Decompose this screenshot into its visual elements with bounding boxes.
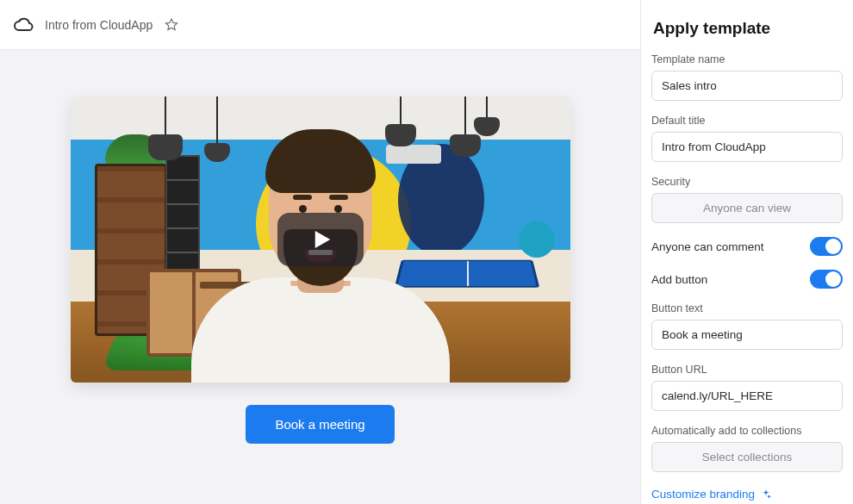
security-selector[interactable]: Anyone can view xyxy=(651,193,843,223)
anyone-can-comment-toggle[interactable] xyxy=(810,237,843,256)
collections-label: Automatically add to collections xyxy=(651,425,843,437)
template-name-label: Template name xyxy=(651,53,843,65)
add-button-toggle[interactable] xyxy=(810,270,843,289)
apply-template-sidebar: Apply template Template name Default tit… xyxy=(640,0,853,504)
button-url-label: Button URL xyxy=(651,364,843,376)
favorite-star-button[interactable] xyxy=(163,16,180,34)
sidebar-heading: Apply template xyxy=(651,19,843,38)
sparkle-icon xyxy=(760,488,772,501)
default-title-label: Default title xyxy=(651,115,843,127)
button-text-input[interactable] xyxy=(651,320,843,350)
template-name-input[interactable] xyxy=(651,71,843,101)
preview-area: Book a meeting xyxy=(0,50,640,504)
collections-selector[interactable]: Select collections xyxy=(651,442,843,472)
cloud-logo-icon xyxy=(12,14,34,36)
book-meeting-button[interactable]: Book a meeting xyxy=(246,405,394,444)
video-preview[interactable] xyxy=(71,96,570,383)
add-button-label: Add button xyxy=(651,273,707,286)
default-title-input[interactable] xyxy=(651,132,843,162)
cta-block: Book a meeting xyxy=(246,405,394,444)
topbar: Intro from CloudApp xyxy=(0,0,640,50)
app-root: Intro from CloudApp xyxy=(0,0,853,504)
customize-branding-label: Customize branding xyxy=(651,488,755,501)
anyone-can-comment-label: Anyone can comment xyxy=(651,240,764,253)
button-text-label: Button text xyxy=(651,302,843,314)
main-column: Intro from CloudApp xyxy=(0,0,640,504)
play-button[interactable] xyxy=(277,213,364,266)
button-url-input[interactable] xyxy=(651,381,843,411)
customize-branding-link[interactable]: Customize branding xyxy=(651,488,772,501)
security-label: Security xyxy=(651,176,843,188)
add-button-row: Add button xyxy=(651,270,843,289)
anyone-can-comment-row: Anyone can comment xyxy=(651,237,843,256)
page-title: Intro from CloudApp xyxy=(45,18,153,32)
